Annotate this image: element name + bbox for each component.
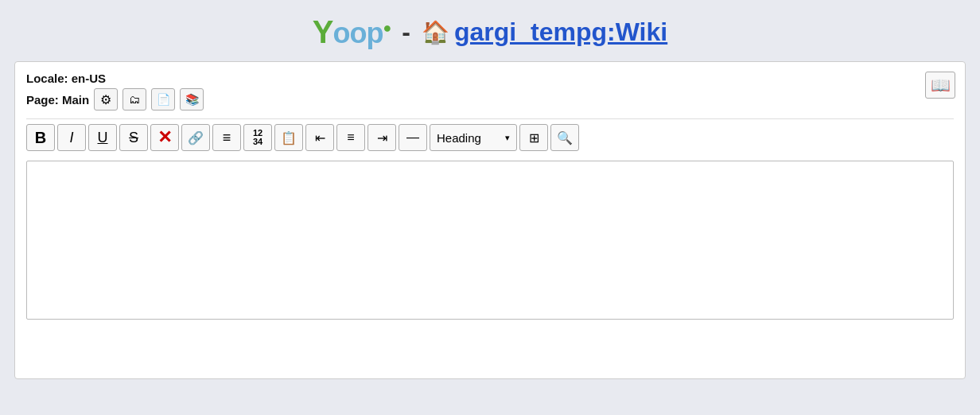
logo-y: Y — [313, 14, 333, 49]
remove-format-button[interactable]: ✕ — [150, 124, 179, 151]
link-button[interactable]: 🔗 — [181, 124, 210, 151]
logo-oop: oop — [332, 17, 383, 49]
underline-button[interactable]: U — [88, 124, 117, 151]
formatting-toolbar: B I U S ✕ 🔗 ≡ 1234 📋 ⇤ ≡ ⇥ — Heading — [26, 118, 954, 156]
list-button[interactable]: ≡ — [212, 124, 241, 151]
page-row: Page: Main ⚙ 🗂 📄 📚 — [26, 88, 954, 111]
editor-area[interactable] — [26, 161, 954, 320]
table-icon: ⊞ — [529, 130, 539, 145]
link-icon: 🔗 — [188, 130, 204, 145]
italic-button[interactable]: I — [57, 124, 86, 151]
heading-dropdown[interactable]: Heading ▾ — [430, 124, 517, 151]
bold-button[interactable]: B — [26, 124, 55, 151]
list-icon: ≡ — [223, 130, 231, 146]
editor-container: 📖 Locale: en-US Page: Main ⚙ 🗂 📄 📚 B I U… — [14, 61, 966, 379]
locale-label: Locale: en-US — [26, 72, 954, 85]
gear-icon: ⚙ — [100, 92, 111, 107]
indent-right-icon: ⇥ — [377, 130, 387, 145]
clipboard-button[interactable]: 📋 — [274, 124, 303, 151]
page-label: Page: Main — [26, 93, 89, 107]
numbered-icon: 1234 — [253, 129, 262, 146]
book-button[interactable]: 📖 — [925, 72, 955, 99]
pages-icon: 🗂 — [129, 93, 140, 106]
heading-label: Heading — [437, 131, 481, 145]
document-icon: 📄 — [157, 93, 170, 106]
books-icon: 📚 — [185, 93, 199, 106]
document-button[interactable]: 📄 — [151, 88, 175, 111]
hr-icon: — — [406, 130, 419, 145]
books-button[interactable]: 📚 — [180, 88, 204, 111]
home-icon: 🏠 — [422, 19, 449, 45]
strikethrough-button[interactable]: S — [119, 124, 148, 151]
page-header: Yoop● - 🏠 gargi_tempg:Wiki — [0, 0, 980, 61]
indent-right-button[interactable]: ⇥ — [368, 124, 396, 151]
header-title: Yoop● - 🏠 gargi_tempg:Wiki — [313, 14, 667, 50]
wiki-link[interactable]: gargi_tempg:Wiki — [454, 17, 667, 47]
hr-button[interactable]: — — [399, 124, 427, 151]
clipboard-icon: 📋 — [281, 130, 297, 145]
settings-button[interactable]: ⚙ — [94, 88, 118, 111]
yoop-logo: Yoop● — [313, 14, 391, 50]
pages-button[interactable]: 🗂 — [122, 88, 146, 111]
logo-dot: ● — [383, 20, 391, 36]
search-icon: 🔍 — [557, 130, 573, 145]
header-dash: - — [402, 17, 410, 47]
table-button[interactable]: ⊞ — [519, 124, 548, 151]
align-center-button[interactable]: ≡ — [336, 124, 365, 151]
search-button[interactable]: 🔍 — [550, 124, 579, 151]
indent-left-icon: ⇤ — [315, 130, 325, 145]
book-icon: 📖 — [931, 76, 951, 95]
align-center-icon: ≡ — [347, 130, 354, 145]
chevron-down-icon: ▾ — [505, 133, 510, 143]
indent-left-button[interactable]: ⇤ — [305, 124, 334, 151]
numbered-list-button[interactable]: 1234 — [243, 124, 272, 151]
